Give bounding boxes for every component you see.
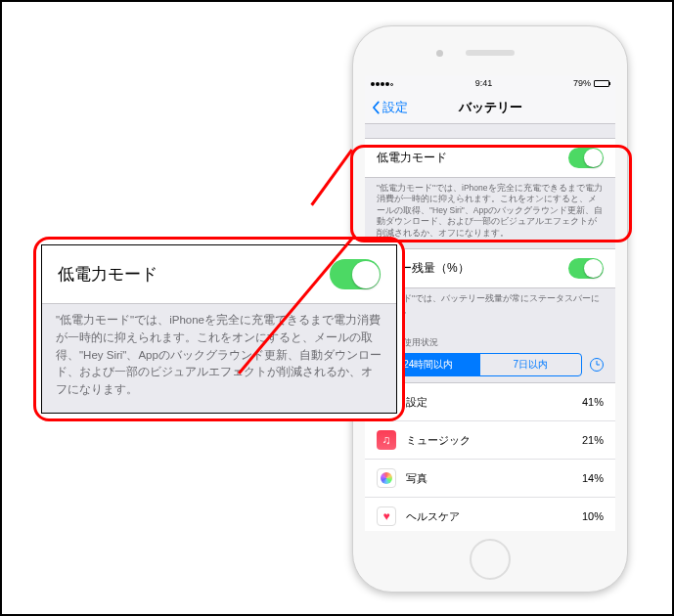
music-app-icon: ♫ bbox=[377, 430, 396, 450]
app-row[interactable]: ♥ ヘルスケア 10% bbox=[365, 498, 615, 531]
speaker-slot bbox=[466, 50, 515, 56]
callout-zoom: 低電力モード "低電力モード"では、iPhoneを完全に充電できるまで電力消費が… bbox=[33, 237, 405, 421]
home-button[interactable] bbox=[470, 539, 511, 580]
health-app-icon: ♥ bbox=[377, 506, 396, 526]
low-power-label: 低電力モード bbox=[377, 150, 568, 166]
app-pct: 14% bbox=[582, 472, 604, 484]
connector-line bbox=[310, 149, 353, 205]
clock-icon[interactable] bbox=[590, 358, 604, 372]
app-pct: 10% bbox=[582, 510, 604, 522]
battery-pct-switch[interactable] bbox=[568, 258, 604, 279]
status-bar: 9:41 79% bbox=[365, 75, 615, 91]
status-time: 9:41 bbox=[475, 78, 493, 88]
app-label: 写真 bbox=[406, 471, 582, 486]
app-label: ヘルスケア bbox=[406, 509, 582, 524]
app-pct: 21% bbox=[582, 434, 604, 446]
callout-low-power-footer: "低電力モード"では、iPhoneを完全に充電できるまで電力消費が一時的に抑えら… bbox=[42, 304, 396, 413]
signal-dots-icon bbox=[371, 78, 394, 88]
app-label: 設定 bbox=[406, 395, 582, 410]
battery-icon bbox=[594, 80, 609, 87]
battery-pct-label: 79% bbox=[573, 78, 591, 88]
app-label: ミュージック bbox=[406, 433, 582, 448]
app-row[interactable]: ♫ ミュージック 21% bbox=[365, 421, 615, 460]
low-power-footer: "低電力モード"では、iPhoneを完全に充電できるまで電力消費が一時的に抑えら… bbox=[365, 178, 615, 248]
app-row[interactable]: 写真 14% bbox=[365, 460, 615, 498]
usage-segmented-control[interactable]: 24時間以内 7日以内 bbox=[377, 353, 582, 376]
callout-low-power-cell[interactable]: 低電力モード bbox=[42, 245, 396, 304]
app-pct: 41% bbox=[582, 396, 604, 408]
callout-low-power-switch[interactable] bbox=[330, 259, 381, 289]
photos-app-icon bbox=[377, 468, 396, 488]
callout-low-power-label: 低電力モード bbox=[58, 263, 157, 286]
nav-bar: 設定 バッテリー bbox=[365, 91, 615, 124]
camera-dot bbox=[436, 50, 443, 57]
nav-title: バッテリー bbox=[365, 99, 615, 116]
low-power-switch[interactable] bbox=[568, 148, 604, 168]
document-frame: 9:41 79% 設定 バッテリー 低電力モード bbox=[0, 0, 674, 616]
battery-pct-toggle-label: テリー残量（%） bbox=[377, 260, 568, 277]
low-power-cell[interactable]: 低電力モード bbox=[365, 138, 615, 178]
segment-7d[interactable]: 7日以内 bbox=[479, 354, 582, 375]
